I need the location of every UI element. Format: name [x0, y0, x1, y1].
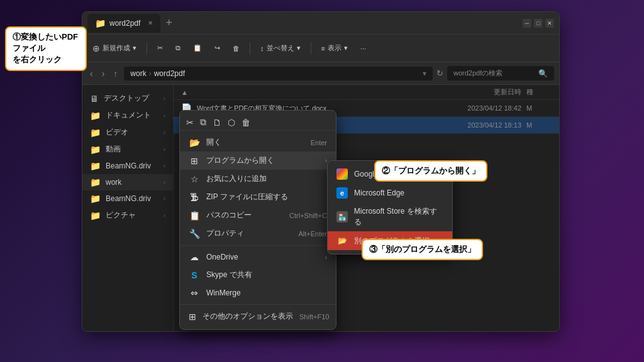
- back-button[interactable]: ‹: [87, 67, 96, 80]
- ctx-winmerge-label: WinMerge: [206, 288, 327, 297]
- status-bar: 2個の項目 | 1個の項目を選択 120 KB | ▤ ▦: [82, 331, 559, 332]
- ctx-zip[interactable]: 🗜 ZIP ファイルに圧縮する: [180, 188, 336, 206]
- sep3: [311, 42, 311, 55]
- ctx-onedrive-icon: ☁: [189, 252, 200, 262]
- more-button[interactable]: ···: [355, 42, 371, 55]
- ctx-more-options[interactable]: ⊞ その他のオプションを表示 Shift+F10: [180, 307, 336, 326]
- paste-icon: 📋: [193, 44, 202, 52]
- ctx-onedrive-arrow: ›: [325, 254, 327, 261]
- new-icon: ⊕: [92, 43, 100, 53]
- file-type-2: M: [526, 121, 552, 129]
- ctx-sep2: [180, 304, 336, 305]
- search-box[interactable]: word2pdfの検索 🔍: [447, 66, 554, 80]
- tab-close-button[interactable]: ✕: [148, 19, 153, 26]
- new-button[interactable]: ⊕ 新規作成 ▾: [87, 41, 142, 56]
- window-controls: ─ □ ✕: [523, 19, 554, 28]
- ctx-delete-icon[interactable]: 🗑: [242, 118, 250, 128]
- ctx-open-with-label: プログラムから開く: [206, 155, 319, 166]
- ctx-onedrive[interactable]: ☁ OneDrive ›: [180, 248, 336, 266]
- delete-button[interactable]: 🗑: [228, 42, 245, 55]
- sub-edge-label: Microsoft Edge: [354, 189, 404, 197]
- video-arrow: ›: [164, 129, 165, 136]
- breadcrumb-dropdown-icon[interactable]: ▾: [423, 69, 426, 78]
- sidebar-item-documents[interactable]: 📁 ドキュメント ›: [82, 107, 173, 124]
- ctx-properties[interactable]: 🔧 プロパティ Alt+Enter: [180, 224, 336, 243]
- sidebar-item-desktop[interactable]: 🖥 デスクトップ ›: [82, 90, 173, 107]
- documents-icon: 📁: [90, 111, 101, 121]
- ctx-properties-label: プロパティ: [206, 228, 292, 239]
- sidebar-label-pictures: ピクチャ: [106, 210, 136, 221]
- close-button[interactable]: ✕: [545, 19, 554, 28]
- ctx-properties-shortcut: Alt+Enter: [298, 230, 327, 238]
- edge-icon: e: [336, 187, 348, 199]
- sidebar-label-video: ビデオ: [106, 127, 128, 138]
- sidebar-item-pictures[interactable]: 📁 ピクチャ ›: [82, 207, 173, 224]
- up-button[interactable]: ↑: [111, 67, 120, 80]
- sidebar-item-video[interactable]: 📁 ビデオ ›: [82, 124, 173, 141]
- sidebar-item-work[interactable]: 📁 work ›: [82, 174, 173, 190]
- file-list-header: ▲ 更新日時 種: [174, 85, 559, 100]
- ctx-skype-icon: S: [189, 270, 200, 280]
- tab-area: 📁 word2pdf ✕ +: [87, 14, 523, 33]
- ctx-open[interactable]: 📂 開く Enter: [180, 133, 336, 151]
- minimize-button[interactable]: ─: [523, 19, 531, 28]
- paste-button[interactable]: 📋: [188, 41, 207, 55]
- ctx-open-icon: 📂: [189, 138, 200, 148]
- ctx-cut-icon[interactable]: ✂: [186, 118, 194, 128]
- ctx-copy-path[interactable]: 📋 パスのコピー Ctrl+Shift+C: [180, 206, 336, 224]
- sidebar-label-work: work: [106, 178, 121, 187]
- beamng1-icon: 📁: [90, 161, 101, 171]
- ctx-skype[interactable]: S Skype で共有: [180, 266, 336, 284]
- explorer-tab[interactable]: 📁 word2pdf ✕: [87, 14, 160, 33]
- sidebar-item-beamng2[interactable]: 📁 BeamNG.driv ›: [82, 190, 173, 207]
- copy-button[interactable]: ⧉: [170, 41, 186, 55]
- cut-button[interactable]: ✂: [152, 41, 168, 55]
- toolbar: ⊕ 新規作成 ▾ ✂ ⧉ 📋 ↪ 🗑 ↕ 並べ替え ▾ ≡ 表示 ▾ ···: [82, 35, 559, 62]
- ctx-properties-icon: 🔧: [189, 229, 200, 239]
- annotation-1-line1: ①変換したいPDFファイル: [13, 32, 78, 53]
- ctx-onedrive-label: OneDrive: [206, 253, 319, 261]
- maximize-button[interactable]: □: [534, 19, 543, 28]
- annotation-3-text: ③「別のプログラムを選択」: [369, 244, 475, 254]
- breadcrumb[interactable]: work › word2pdf ▾: [124, 67, 433, 80]
- sep1: [147, 42, 147, 55]
- new-dropdown-icon: ▾: [133, 44, 136, 52]
- sort-button[interactable]: ↕ 並べ替え ▾: [255, 41, 306, 55]
- sidebar-label-beamng1: BeamNG.driv: [106, 162, 151, 170]
- ctx-zip-label: ZIP ファイルに圧縮する: [206, 192, 327, 202]
- ctx-open-with[interactable]: ⊞ プログラムから開く ›: [180, 151, 336, 170]
- ctx-copy-icon[interactable]: ⧉: [200, 117, 206, 128]
- view-button[interactable]: ≡ 表示 ▾: [316, 41, 353, 55]
- annotation-1: ①変換したいPDFファイル を右クリック: [5, 26, 87, 71]
- movies-icon: 📁: [90, 145, 101, 155]
- ctx-favorite[interactable]: ☆ お気に入りに追加: [180, 170, 336, 188]
- sub-edge[interactable]: e Microsoft Edge: [328, 184, 452, 202]
- share-button[interactable]: ↪: [209, 41, 225, 55]
- cut-icon: ✂: [157, 44, 163, 52]
- work-arrow: ›: [164, 179, 165, 185]
- ctx-zip-icon: 🗜: [189, 192, 200, 202]
- ctx-paste-icon[interactable]: 🗋: [213, 118, 221, 128]
- sub-store[interactable]: 🏪 Microsoft Store を検索する: [328, 202, 452, 231]
- file-date-2: 2023/04/12 18:13: [440, 121, 521, 129]
- ctx-share-icon[interactable]: ⬡: [228, 118, 235, 128]
- breadcrumb-work: work: [130, 69, 146, 78]
- share-icon: ↪: [214, 44, 220, 52]
- sort-dropdown-icon: ▾: [297, 44, 301, 52]
- refresh-button[interactable]: ↻: [436, 69, 443, 78]
- annotation-2: ②「プログラムから開く」: [374, 160, 487, 182]
- file-date-1: 2023/04/12 18:42: [440, 104, 521, 112]
- forward-button[interactable]: ›: [99, 67, 108, 80]
- ctx-more-options-shortcut: Shift+F10: [299, 313, 329, 321]
- pictures-arrow: ›: [164, 212, 165, 219]
- folder-tab-icon: 📁: [95, 18, 106, 28]
- beamng1-arrow: ›: [164, 163, 165, 169]
- new-tab-button[interactable]: +: [165, 16, 172, 30]
- store-icon: 🏪: [336, 211, 348, 222]
- annotation-1-line2: を右クリック: [13, 55, 62, 64]
- ctx-winmerge[interactable]: ⇔ WinMerge: [180, 284, 336, 302]
- sidebar-item-beamng1[interactable]: 📁 BeamNG.driv ›: [82, 158, 173, 174]
- view-icon: ≡: [321, 45, 325, 52]
- delete-icon: 🗑: [233, 45, 240, 52]
- sidebar-item-movies[interactable]: 📁 動画 ›: [82, 141, 173, 158]
